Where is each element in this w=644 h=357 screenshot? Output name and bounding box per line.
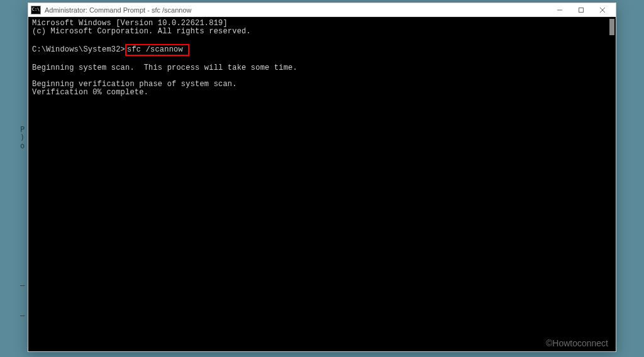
- verification-phase-line: Beginning verification phase of system s…: [32, 80, 237, 89]
- window-title: Administrator: Command Prompt - sfc /sca…: [45, 6, 549, 14]
- version-line: Microsoft Windows [Version 10.0.22621.81…: [32, 19, 228, 28]
- prompt-path: C:\Windows\System32>: [32, 45, 125, 54]
- maximize-button[interactable]: [570, 4, 592, 16]
- verification-progress-line: Verification 0% complete.: [32, 88, 148, 97]
- minimize-button[interactable]: [549, 4, 570, 16]
- copyright-line: (c) Microsoft Corporation. All rights re…: [32, 27, 251, 36]
- svg-rect-1: [579, 8, 584, 12]
- close-button[interactable]: [592, 4, 613, 16]
- console-body[interactable]: Microsoft Windows [Version 10.0.22621.81…: [28, 17, 616, 351]
- console-output: Microsoft Windows [Version 10.0.22621.81…: [32, 19, 612, 97]
- scan-begin-line: Beginning system scan. This process will…: [32, 63, 297, 72]
- watermark-text: ©Howtoconnect: [546, 338, 608, 348]
- command-prompt-window: C:\ Administrator: Command Prompt - sfc …: [28, 3, 616, 352]
- window-controls: [549, 4, 613, 16]
- scrollbar-thumb[interactable]: [609, 19, 614, 35]
- titlebar[interactable]: C:\ Administrator: Command Prompt - sfc …: [28, 3, 616, 17]
- cmd-icon: C:\: [31, 6, 41, 14]
- highlighted-command: sfc /scannow: [125, 44, 189, 56]
